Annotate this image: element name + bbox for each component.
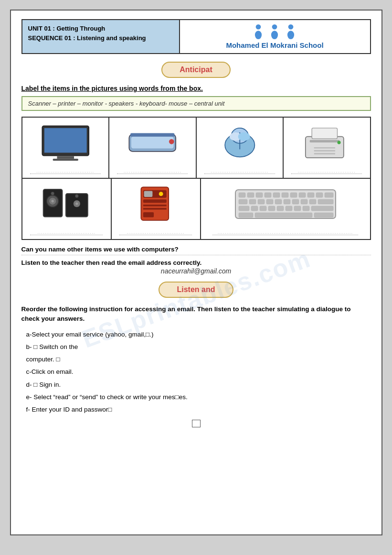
svg-rect-46 (247, 193, 254, 197)
svg-rect-22 (314, 147, 335, 149)
mouse-image (201, 121, 279, 164)
svg-point-39 (159, 192, 163, 196)
svg-rect-74 (311, 206, 333, 211)
email-address: naceurrahil@gmail.com (21, 267, 371, 275)
svg-point-29 (51, 200, 53, 202)
anticipat-badge: Anticipat (161, 62, 230, 78)
anticipat-container: Anticipat (21, 62, 371, 78)
word-box: Scanner – printer – monitor - speakers -… (21, 96, 371, 111)
list-item-c: c-Click on email. (26, 366, 371, 378)
mouse-label: ................................ (204, 168, 275, 174)
cell-mouse: ................................ (197, 118, 284, 178)
svg-point-5 (287, 31, 294, 39)
svg-rect-8 (57, 156, 74, 159)
svg-rect-73 (303, 206, 309, 211)
reorder-text: Reorder the following instruction for ac… (21, 305, 371, 324)
svg-rect-9 (53, 159, 78, 161)
label-section-title: Label the items in the pictures using wo… (21, 85, 371, 92)
speakers-svg (26, 185, 107, 223)
list-item-b2: computer. □ (26, 354, 371, 365)
tower-label: ................................ (119, 229, 192, 235)
school-logo: Mohamed El Mokrani School (226, 24, 323, 49)
svg-rect-23 (314, 150, 335, 152)
svg-rect-45 (239, 193, 245, 197)
svg-rect-76 (255, 213, 312, 218)
svg-point-2 (272, 24, 277, 30)
cell-speakers: ................................ (22, 179, 112, 239)
cell-keyboard: ........................................… (201, 179, 370, 239)
keyboard-svg (205, 185, 366, 223)
svg-rect-49 (273, 193, 280, 197)
figure-1 (252, 24, 265, 39)
svg-rect-47 (256, 193, 263, 197)
svg-point-18 (238, 132, 250, 141)
svg-rect-53 (307, 193, 314, 197)
svg-rect-56 (239, 199, 247, 204)
svg-rect-72 (294, 206, 301, 211)
instruction-list: a-Select your email service (yahoo, gmai… (21, 329, 371, 416)
svg-rect-42 (143, 208, 166, 210)
svg-rect-65 (318, 199, 333, 204)
scanner-svg (113, 124, 192, 162)
cell-tower: ................................ (112, 179, 201, 239)
svg-rect-7 (44, 128, 86, 153)
svg-rect-64 (309, 199, 316, 204)
figure-2 (268, 24, 281, 39)
sequence-title: SEQUENCE 01 : Listening and speaking (28, 33, 173, 43)
header-school: Mohamed El Mokrani School (180, 20, 370, 53)
cell-printer: ................................ (284, 118, 370, 178)
listen-badge-container: Listen and (21, 282, 371, 298)
svg-rect-67 (251, 206, 258, 211)
keyboard-label: ........................................… (212, 229, 358, 235)
svg-rect-66 (239, 206, 249, 211)
speakers-image (26, 183, 107, 226)
svg-rect-54 (316, 193, 323, 197)
school-name: Mohamed El Mokrani School (226, 41, 323, 49)
printer-svg (287, 124, 366, 162)
cell-scanner: ................................ (109, 118, 197, 178)
speakers-label: ................................ (30, 229, 103, 235)
svg-rect-11 (131, 137, 174, 149)
header-unit-info: UNIT 01 : Getting Through SEQUENCE 01 : … (22, 20, 180, 53)
bottom-box (192, 420, 201, 427)
svg-rect-75 (239, 213, 253, 218)
unit-title: UNIT 01 : Getting Through (28, 24, 173, 33)
mouse-svg (201, 124, 279, 162)
svg-rect-24 (314, 153, 335, 154)
keyboard-image (205, 183, 366, 226)
school-figures (252, 24, 297, 39)
svg-point-30 (51, 192, 54, 195)
list-item-d: d- □ Sign in. (26, 379, 371, 391)
scanner-label: ................................ (117, 168, 188, 174)
svg-rect-63 (301, 199, 307, 204)
listen-badge: Listen and (159, 282, 233, 298)
cell-monitor: ................................ (22, 118, 110, 178)
printer-image (287, 121, 366, 164)
question-1: Can you name other items we use with com… (21, 246, 371, 253)
svg-rect-61 (284, 199, 290, 204)
svg-rect-52 (299, 193, 306, 197)
svg-rect-55 (325, 193, 333, 197)
image-row-1: ................................ .......… (22, 118, 370, 179)
svg-rect-48 (265, 193, 271, 197)
svg-rect-59 (266, 199, 273, 204)
svg-point-0 (256, 24, 261, 30)
svg-rect-41 (143, 205, 166, 207)
list-item-f: f- Enter your ID and passwor□ (26, 404, 371, 415)
svg-rect-70 (277, 206, 284, 211)
svg-point-13 (169, 139, 174, 144)
svg-rect-38 (144, 191, 152, 196)
svg-rect-21 (312, 128, 337, 139)
image-row-2: ................................ . (22, 179, 370, 239)
image-grid: ................................ .......… (21, 117, 371, 240)
svg-rect-57 (249, 199, 256, 204)
svg-point-34 (75, 202, 78, 205)
svg-rect-40 (143, 199, 166, 203)
list-item-a: a-Select your email service (yahoo, gmai… (26, 329, 371, 340)
svg-rect-43 (143, 212, 153, 218)
svg-rect-58 (258, 199, 265, 204)
tower-image (116, 183, 196, 226)
monitor-image (26, 121, 105, 164)
dotted-line-1 (21, 255, 371, 255)
instruction-1: Listen to the teacher then read the emai… (21, 259, 371, 266)
